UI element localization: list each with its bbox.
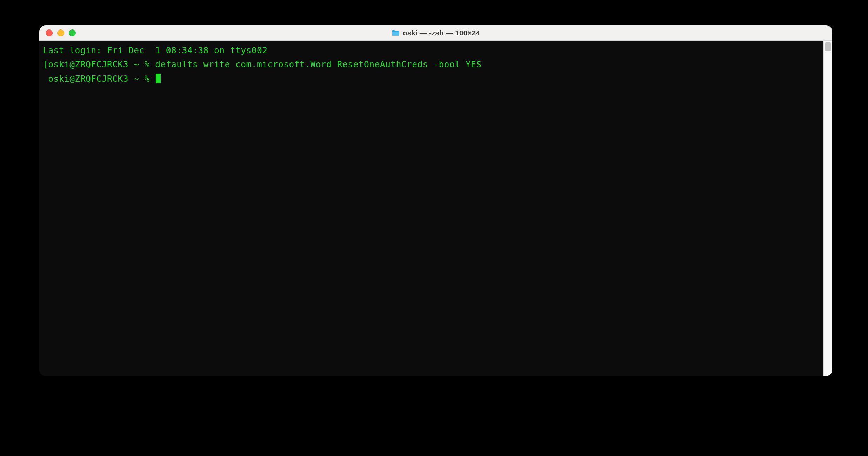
window-title-text: oski — -zsh — 100×24 bbox=[403, 29, 480, 37]
terminal-prompt-text: oski@ZRQFCJRCK3 ~ % bbox=[43, 74, 155, 84]
traffic-lights bbox=[46, 29, 76, 36]
scrollbar-thumb[interactable] bbox=[825, 42, 831, 51]
window-title-wrap: oski — -zsh — 100×24 bbox=[392, 29, 480, 37]
terminal-line: Last login: Fri Dec 1 08:34:38 on ttys00… bbox=[43, 43, 820, 58]
terminal-prompt-line: oski@ZRQFCJRCK3 ~ % bbox=[43, 72, 820, 86]
cursor bbox=[156, 74, 161, 83]
terminal-body[interactable]: Last login: Fri Dec 1 08:34:38 on ttys00… bbox=[39, 41, 832, 376]
terminal-window: oski — -zsh — 100×24 Last login: Fri Dec… bbox=[39, 25, 832, 376]
terminal-text[interactable]: Last login: Fri Dec 1 08:34:38 on ttys00… bbox=[39, 41, 823, 376]
folder-icon bbox=[392, 30, 399, 36]
scrollbar-track[interactable] bbox=[823, 41, 832, 376]
minimize-button[interactable] bbox=[57, 29, 64, 36]
close-button[interactable] bbox=[46, 29, 53, 36]
zoom-button[interactable] bbox=[69, 29, 76, 36]
titlebar[interactable]: oski — -zsh — 100×24 bbox=[39, 25, 832, 41]
terminal-line: [oski@ZRQFCJRCK3 ~ % defaults write com.… bbox=[43, 58, 820, 72]
